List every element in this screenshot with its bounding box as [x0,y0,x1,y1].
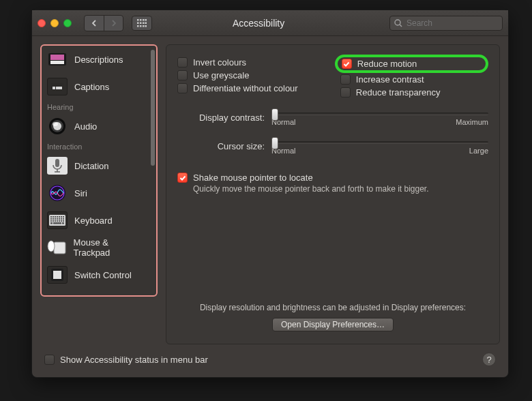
sidebar-item-label: Keyboard [74,216,113,226]
svg-rect-5 [140,22,142,24]
main-panel: Invert colours Use greyscale Differentia… [166,44,500,344]
svg-rect-27 [50,216,52,218]
mouse-trackpad-icon [47,239,67,256]
checkmark-icon [179,175,186,181]
svg-rect-37 [57,218,58,220]
shake-pointer-description: Quickly move the mouse pointer back and … [193,184,488,194]
invert-colours-checkbox[interactable]: Invert colours [177,57,340,68]
descriptions-icon [47,50,68,68]
slider-max-label: Large [469,147,488,155]
sidebar-item-label: Mouse & Trackpad [74,237,144,258]
sidebar-item-label: Descriptions [74,55,123,65]
shake-pointer-checkbox[interactable]: Shake mouse pointer to locate [177,173,488,183]
sidebar-scrollbar[interactable] [151,50,155,291]
increase-contrast-checkbox[interactable]: Increase contrast [340,74,488,85]
svg-point-22 [53,122,58,126]
zoom-window-button[interactable] [63,19,72,27]
captions-icon [47,78,68,95]
nav-buttons [84,15,123,31]
svg-point-52 [48,241,55,252]
sidebar-item-siri[interactable]: Siri [42,179,149,207]
svg-rect-38 [59,218,60,220]
display-contrast-slider[interactable] [271,113,488,115]
titlebar: Accessibility [32,10,508,36]
checkbox-label: Increase contrast [356,74,424,85]
display-preferences-note: Display resolution and brightness can be… [177,303,488,312]
sidebar-item-label: Siri [74,188,87,198]
svg-rect-49 [53,222,61,224]
search-field[interactable] [389,16,503,31]
svg-rect-44 [57,220,58,222]
chevron-right-icon [111,20,117,27]
reduce-motion-highlight: Reduce motion [335,55,488,73]
svg-rect-0 [137,19,139,21]
svg-rect-39 [61,218,62,220]
svg-rect-17 [53,87,55,89]
svg-rect-45 [59,220,60,222]
sidebar-item-label: Captions [74,82,109,92]
slider-knob[interactable] [271,108,278,121]
sidebar-item-label: Switch Control [74,270,132,280]
svg-rect-7 [145,22,147,24]
svg-rect-54 [53,271,61,279]
grid-icon [137,19,147,27]
accessibility-window: Accessibility Descriptions Captio [31,10,509,378]
open-display-preferences-button[interactable]: Open Display Preferences… [272,318,394,331]
keyboard-icon [47,211,68,229]
sidebar: Descriptions Captions Hearing Audio Inte… [42,46,156,295]
close-window-button[interactable] [38,19,46,27]
cursor-size-slider[interactable] [271,141,488,144]
sidebar-item-dictation[interactable]: Dictation [42,152,149,179]
checkbox-label: Reduce motion [357,59,417,69]
svg-rect-29 [55,216,56,218]
display-contrast-row: Display contrast: Normal Maximum [177,113,488,126]
svg-rect-47 [63,220,64,222]
svg-rect-28 [53,216,54,218]
window-footer: Show Accessibility status in menu bar ? [32,353,508,377]
svg-rect-41 [50,220,52,222]
search-icon [394,19,402,27]
svg-rect-14 [50,55,64,60]
slider-max-label: Maximum [456,118,488,126]
audio-icon [47,117,68,135]
svg-rect-36 [55,218,56,220]
checkbox-label: Invert colours [193,57,246,68]
window-controls [38,19,72,27]
svg-rect-40 [63,218,64,220]
cursor-size-row: Cursor size: Normal Large [177,141,488,155]
show-all-preferences-button[interactable] [132,16,152,31]
svg-rect-1 [140,19,142,21]
svg-rect-18 [56,87,62,89]
sidebar-item-switch-control[interactable]: Switch Control [42,261,149,288]
reduce-motion-checkbox[interactable]: Reduce motion [342,59,417,69]
svg-rect-50 [62,222,64,224]
back-button[interactable] [85,16,104,31]
use-greyscale-checkbox[interactable]: Use greyscale [177,70,340,80]
search-input[interactable] [407,18,498,28]
sidebar-item-audio[interactable]: Audio [42,113,149,140]
minimize-window-button[interactable] [50,19,59,27]
differentiate-colour-checkbox[interactable]: Differentiate without colour [177,83,340,93]
sidebar-group-hearing: Hearing [42,100,149,113]
svg-rect-48 [50,222,53,224]
slider-knob[interactable] [271,137,278,149]
scrollbar-thumb[interactable] [151,50,155,166]
sidebar-item-mouse-trackpad[interactable]: Mouse & Trackpad [42,234,149,261]
siri-icon [47,184,68,202]
checkbox-label: Show Accessibility status in menu bar [60,355,208,365]
forward-button[interactable] [104,16,123,31]
window-body: Descriptions Captions Hearing Audio Inte… [32,36,508,353]
help-button[interactable]: ? [482,353,496,366]
checkbox-label: Differentiate without colour [193,83,298,93]
window-title: Accessibility [233,18,284,29]
svg-rect-3 [145,19,147,21]
switch-control-icon [47,266,68,284]
svg-rect-9 [140,25,142,27]
sidebar-item-keyboard[interactable]: Keyboard [42,207,149,234]
sidebar-item-descriptions[interactable]: Descriptions [42,46,149,73]
sidebar-item-captions[interactable]: Captions [42,73,149,100]
shake-pointer-block: Shake mouse pointer to locate Quickly mo… [177,173,488,194]
reduce-transparency-checkbox[interactable]: Reduce transparency [340,87,488,98]
show-accessibility-status-checkbox[interactable]: Show Accessibility status in menu bar [44,355,208,365]
cursor-size-label: Cursor size: [177,141,265,151]
